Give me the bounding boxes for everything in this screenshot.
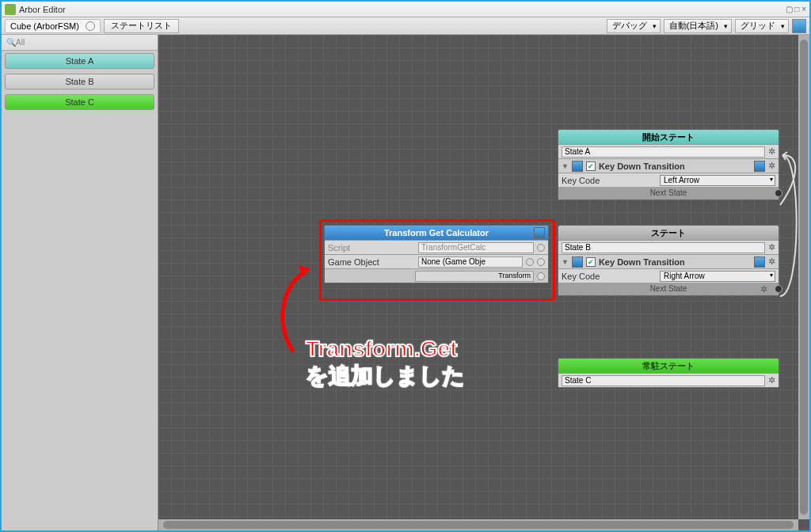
node-header: Transform Get Calculator [325,226,548,240]
gear-icon[interactable]: ✲ [768,375,775,386]
breadcrumb-label: Cube (ArborFSM) [10,21,79,31]
state-name-field[interactable]: State B [562,242,765,253]
keycode-dropdown[interactable]: Right Arrow [660,271,775,282]
output-port[interactable] [775,285,782,293]
output-port[interactable] [537,272,545,280]
sidebar: 🔍All State A State B State C [2,35,158,530]
node-state-b[interactable]: ステート State B ✲ ▼ ✔ Key Down Transition ✲… [558,225,779,296]
state-name-field[interactable]: State C [562,375,765,386]
next-state-label: Next State [650,284,687,293]
gear-icon[interactable]: ✲ [768,242,775,253]
transition-title: Key Down Transition [599,257,685,267]
next-state-label: Next State [650,188,687,197]
node-header: 常駐ステート [558,359,779,373]
breadcrumb[interactable]: Cube (ArborFSM) [5,19,101,33]
keycode-dropdown[interactable]: Left Arrow [660,175,775,186]
script-icon [572,161,583,172]
next-state-slot[interactable]: Next State ✲ [558,283,779,295]
foldout-icon[interactable]: ▼ [562,162,569,170]
help-icon[interactable] [754,161,765,172]
gameobject-field[interactable]: None (Game Obje [418,256,523,268]
graph-canvas[interactable]: 開始ステート State A ✲ ▼ ✔ Key Down Transition… [158,35,809,530]
keycode-label: Key Code [562,176,657,185]
script-icon [572,256,583,268]
node-header: 開始ステート [558,130,779,144]
script-field[interactable]: TransformGetCalc [418,242,534,253]
help-icon[interactable] [754,256,765,268]
toolbar: Cube (ArborFSM) ステートリスト デバッグ 自動(日本語) グリッ… [2,17,809,35]
vertical-scrollbar[interactable] [798,35,809,519]
node-resident-state[interactable]: 常駐ステート State C ✲ [558,358,779,388]
language-dropdown[interactable]: 自動(日本語) [664,19,732,33]
search-placeholder: All [16,38,25,47]
input-port[interactable] [537,258,545,266]
annotation-line2: を追加しました [306,363,465,390]
transition-title: Key Down Transition [599,162,685,171]
capture-icon[interactable] [792,19,806,33]
window-buttons[interactable]: ▢ □ × [786,5,806,13]
node-start-state[interactable]: 開始ステート State A ✲ ▼ ✔ Key Down Transition… [558,129,779,200]
sidebar-item-state-b[interactable]: State B [5,74,154,89]
foldout-icon[interactable]: ▼ [562,258,569,266]
object-picker-icon[interactable] [526,258,534,266]
debug-dropdown[interactable]: デバッグ [607,19,661,33]
state-name-field[interactable]: State A [562,146,765,158]
gear-icon[interactable]: ✲ [768,161,775,171]
node-header: ステート [558,226,779,240]
gear-icon[interactable]: ✲ [768,256,775,267]
keycode-label: Key Code [562,272,657,281]
search-input[interactable]: 🔍All [2,35,158,51]
node-transform-get-calculator[interactable]: Transform Get Calculator Script Transfor… [324,225,549,283]
gameobject-label: Game Object [328,257,415,267]
titlebar[interactable]: Arbor Editor ▢ □ × [2,2,809,17]
content: 🔍All State A State B State C 開始ステート Stat… [2,35,809,530]
state-list-button[interactable]: ステートリスト [104,19,179,33]
editor-window: Arbor Editor ▢ □ × Cube (ArborFSM) ステートリ… [0,0,811,532]
object-picker-icon[interactable] [537,244,545,252]
window-title: Arbor Editor [19,5,786,14]
breadcrumb-target-icon[interactable] [86,21,95,31]
output-port[interactable] [775,189,782,197]
horizontal-scrollbar[interactable] [158,519,798,530]
node-title: Transform Get Calculator [384,228,489,238]
output-field: Transform [415,271,534,282]
next-state-slot[interactable]: Next State [558,187,779,200]
app-icon [5,4,16,15]
script-label: Script [328,243,415,253]
enabled-checkbox[interactable]: ✔ [586,257,596,267]
enabled-checkbox[interactable]: ✔ [586,162,596,171]
help-icon[interactable] [534,227,545,238]
sidebar-item-state-a[interactable]: State A [5,53,154,69]
grid-dropdown[interactable]: グリッド [735,19,789,33]
annotation-text: Transform.Get を追加しました [306,336,465,389]
sidebar-item-state-c[interactable]: State C [5,94,154,110]
gear-icon[interactable]: ✲ [760,283,767,295]
gear-icon[interactable]: ✲ [768,146,775,157]
annotation-line1: Transform.Get [306,336,465,363]
